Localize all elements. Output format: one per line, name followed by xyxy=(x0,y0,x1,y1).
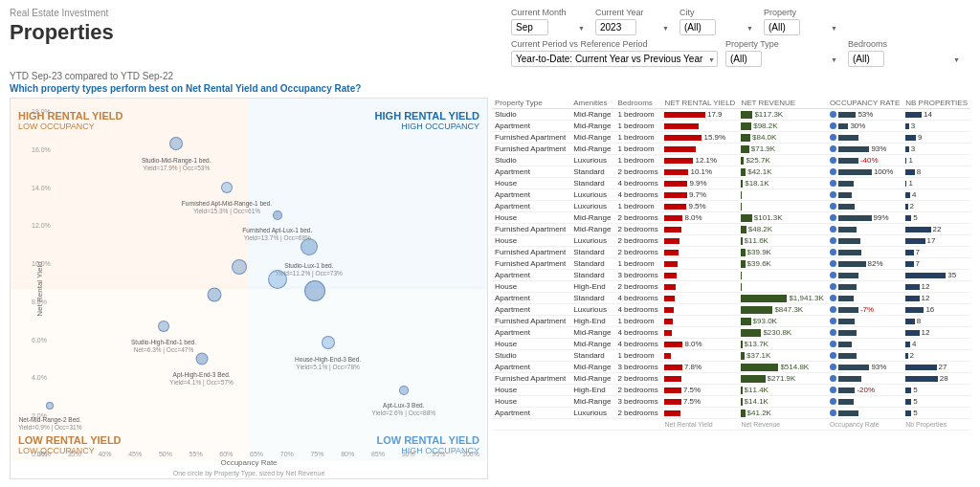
bubble-0[interactable] xyxy=(169,137,183,150)
table-row[interactable]: ApartmentLuxurious4 bedrooms9.7%4 xyxy=(492,189,970,201)
table-row[interactable]: Furnished ApartmentMid-Range1 bedroom$71… xyxy=(492,144,970,155)
cell-amenities: Luxurious xyxy=(570,235,614,247)
table-row[interactable]: Furnished ApartmentStandard2 bedrooms$39… xyxy=(492,247,970,258)
table-row[interactable]: ApartmentStandard2 bedrooms10.1%$42.1K10… xyxy=(492,166,970,178)
properties-bar-container: 5 xyxy=(905,409,968,417)
bubble-2[interactable] xyxy=(273,210,282,220)
cell-revenue xyxy=(738,189,826,201)
bubble-8[interactable] xyxy=(158,321,169,332)
revenue-value: $93.0K xyxy=(753,317,777,325)
table-row[interactable]: Furnished ApartmentStandard1 bedroom$39.… xyxy=(492,258,970,270)
occupancy-dot-current xyxy=(830,134,836,141)
table-row[interactable]: Furnished ApartmentHigh-End1 bedroom$93.… xyxy=(492,316,970,327)
filter-select-r2-bedrooms[interactable]: (All) xyxy=(848,51,884,67)
yield-bar-container: 8.0% xyxy=(664,340,735,348)
table-row[interactable]: ApartmentStandard3 bedrooms35 xyxy=(492,270,970,281)
cell-type: Furnished Apartment xyxy=(492,144,570,155)
filter-select-r2-current-period-vs-reference-period[interactable]: Year-to-Date: Current Year vs Previous Y… xyxy=(511,51,718,67)
cell-amenities: Luxurious xyxy=(570,304,614,316)
bubble-11[interactable] xyxy=(399,386,409,395)
properties-bar xyxy=(905,204,907,210)
filter-select-city[interactable]: (All) xyxy=(679,19,716,35)
table-row[interactable]: ApartmentLuxurious1 bedroom9.5%2 xyxy=(492,201,970,212)
bubble-label-8: Studio-High-End-1 bed.Net=6.3% | Occ=47% xyxy=(131,339,196,354)
cell-occupancy: 93% xyxy=(827,362,902,373)
occupancy-dot-current xyxy=(830,203,836,210)
table-row[interactable]: Furnished ApartmentMid-Range2 bedrooms$2… xyxy=(492,373,970,385)
filter-select-property[interactable]: (All) xyxy=(764,19,800,35)
properties-value: 12 xyxy=(922,294,930,302)
x-tick-label: 65% xyxy=(250,451,263,457)
table-row[interactable]: HouseStandard4 bedrooms9.9%$18.1K1 xyxy=(492,178,970,189)
content-area: Net Rental Yield 18.0%16.0%14.0%12.0%10.… xyxy=(10,98,970,479)
table-row[interactable]: StudioMid-Range1 bedroom17.9$117.3K53%14 xyxy=(492,109,970,121)
bubble-6[interactable] xyxy=(304,280,325,301)
table-row[interactable]: ApartmentStandard4 bedrooms$1,941.3K12 xyxy=(492,293,970,304)
table-row[interactable]: StudioStandard1 bedroom$37.1K2 xyxy=(492,350,970,362)
filter-label-r2-0: Current Period vs Reference Period xyxy=(511,39,718,49)
filter-group-current-month: Current MonthJanFebMarAprMayJunJulAugSep… xyxy=(511,8,588,35)
select-wrapper-2: (All) xyxy=(679,19,756,35)
cell-revenue: $514.8K xyxy=(738,362,826,373)
table-row[interactable]: ApartmentMid-Range1 bedroom$98.2K30%3 xyxy=(492,121,970,132)
occupancy-dot-current xyxy=(830,111,836,118)
filter-select-r2-property-type[interactable]: (All) xyxy=(725,51,762,67)
table-row[interactable]: HouseMid-Range4 bedrooms8.0%$13.7K4 xyxy=(492,339,970,350)
table-row[interactable]: Furnished ApartmentMid-Range1 bedroom15.… xyxy=(492,132,970,144)
table-row[interactable]: Furnished ApartmentMid-Range2 bedrooms$4… xyxy=(492,224,970,235)
table-row[interactable]: ApartmentMid-Range4 bedrooms$230.8K12 xyxy=(492,327,970,339)
bubble-10[interactable] xyxy=(195,352,208,365)
table-row[interactable]: HouseHigh-End2 bedrooms7.5%$11.4K-20%5 xyxy=(492,385,970,396)
table-row[interactable]: HouseLuxurious2 bedrooms$11.6K17 xyxy=(492,235,970,247)
properties-bar xyxy=(905,353,907,359)
properties-bar-container: 5 xyxy=(905,386,968,394)
subtitle-section: YTD Sep-23 compared to YTD Sep-22 Which … xyxy=(10,71,970,94)
properties-bar-container: 5 xyxy=(905,397,968,406)
cell-bedrooms: 2 bedrooms xyxy=(614,166,661,178)
cell-yield: 7.8% xyxy=(661,362,738,373)
cell-properties: 5 xyxy=(902,396,970,408)
cell-yield xyxy=(661,350,738,362)
yield-bar-container: 7.5% xyxy=(664,397,735,406)
table-row[interactable]: ApartmentMid-Range3 bedrooms7.8%$514.8K9… xyxy=(492,362,970,373)
bubble-5[interactable] xyxy=(268,270,287,289)
table-row[interactable]: HouseHigh-End2 bedrooms12 xyxy=(492,281,970,293)
bubble-4[interactable] xyxy=(232,259,247,275)
bubble-7[interactable] xyxy=(207,288,221,302)
th-property-type: Property Type xyxy=(492,98,570,109)
table-row[interactable]: HouseMid-Range3 bedrooms7.5%$14.1K5 xyxy=(492,396,970,408)
cell-yield xyxy=(661,281,738,293)
occupancy-bar xyxy=(838,215,872,221)
occupancy-bar xyxy=(838,376,862,382)
yield-value: 9.9% xyxy=(689,179,706,188)
occupancy-dot-current xyxy=(830,122,836,129)
yield-bar xyxy=(664,123,699,129)
table-row[interactable]: HouseMid-Range2 bedrooms8.0%$101.3K99%5 xyxy=(492,212,970,224)
yield-bar xyxy=(664,342,682,347)
table-wrapper[interactable]: Property Type Amenities Bedrooms NET REN… xyxy=(492,98,970,431)
bubble-12[interactable] xyxy=(46,402,54,410)
bubble-label-9: House-High-End-3 Bed.Yield=5.1% | Occ=78… xyxy=(295,356,361,371)
bubble-1[interactable] xyxy=(221,182,233,193)
bubble-9[interactable] xyxy=(322,336,335,349)
cell-properties: 1 xyxy=(902,178,970,189)
occupancy-dot-current xyxy=(830,180,836,187)
cell-occupancy: -20% xyxy=(827,385,902,396)
bubble-3[interactable] xyxy=(301,238,318,255)
revenue-value: $271.9K xyxy=(768,374,796,383)
yield-bar-container xyxy=(664,410,735,416)
cell-yield xyxy=(661,373,738,385)
filter-select-current-year[interactable]: 202120222023 xyxy=(595,19,636,35)
filter-select-current-month[interactable]: JanFebMarAprMayJunJulAugSepOctNovDec xyxy=(511,19,548,35)
cell-properties: 17 xyxy=(902,235,970,247)
cell-type: Apartment xyxy=(492,327,570,339)
occupancy-value: 93% xyxy=(871,363,886,371)
yield-value: 15.9% xyxy=(703,133,725,142)
properties-value: 8 xyxy=(917,167,921,176)
table-row[interactable]: ApartmentLuxurious4 bedrooms$847.3K-7%16 xyxy=(492,304,970,316)
table-row[interactable]: StudioLuxurious1 bedroom12.1%$25.7K-40%1 xyxy=(492,155,970,166)
yield-bar-container xyxy=(664,330,735,336)
table-row[interactable]: ApartmentLuxurious2 bedrooms$41.2K5 xyxy=(492,408,970,419)
cell-yield: 12.1% xyxy=(661,155,738,166)
occupancy-bar-container xyxy=(830,398,900,405)
